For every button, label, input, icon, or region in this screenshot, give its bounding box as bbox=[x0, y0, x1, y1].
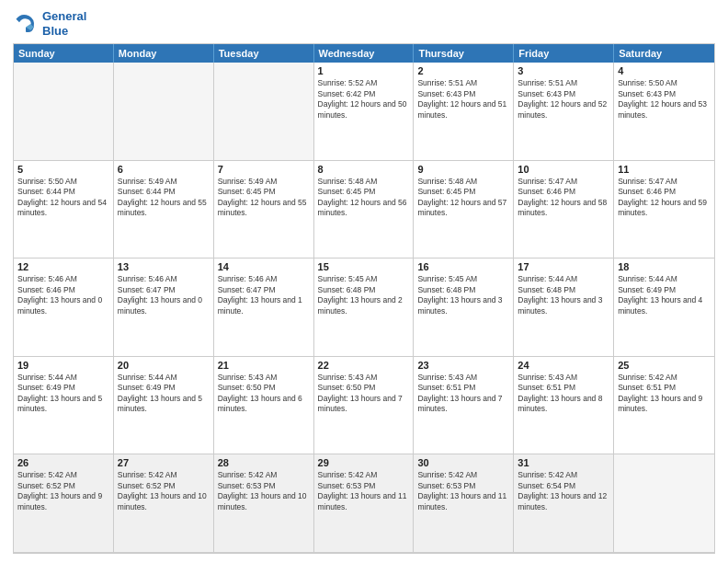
header-day-friday: Friday bbox=[514, 44, 614, 63]
calendar-cell: 5 Sunrise: 5:50 AM Sunset: 6:44 PM Dayli… bbox=[14, 161, 114, 259]
day-number: 5 bbox=[17, 164, 109, 175]
header-day-monday: Monday bbox=[114, 44, 214, 63]
calendar-cell: 18 Sunrise: 5:44 AM Sunset: 6:49 PM Dayl… bbox=[614, 259, 714, 357]
calendar-cell: 12 Sunrise: 5:46 AM Sunset: 6:46 PM Dayl… bbox=[14, 259, 114, 357]
cell-info: Sunrise: 5:47 AM Sunset: 6:46 PM Dayligh… bbox=[618, 177, 711, 219]
cell-info: Sunrise: 5:42 AM Sunset: 6:53 PM Dayligh… bbox=[417, 470, 509, 512]
calendar-cell: 16 Sunrise: 5:45 AM Sunset: 6:48 PM Dayl… bbox=[414, 259, 514, 357]
calendar-cell: 10 Sunrise: 5:47 AM Sunset: 6:46 PM Dayl… bbox=[514, 161, 614, 259]
cell-info: Sunrise: 5:49 AM Sunset: 6:44 PM Dayligh… bbox=[118, 177, 210, 219]
calendar-cell bbox=[614, 454, 714, 553]
header-day-sunday: Sunday bbox=[14, 44, 114, 63]
calendar-cell bbox=[114, 63, 214, 161]
day-number: 9 bbox=[417, 164, 509, 175]
calendar-header: SundayMondayTuesdayWednesdayThursdayFrid… bbox=[14, 44, 714, 63]
calendar-cell: 13 Sunrise: 5:46 AM Sunset: 6:47 PM Dayl… bbox=[114, 259, 214, 357]
calendar-cell: 30 Sunrise: 5:42 AM Sunset: 6:53 PM Dayl… bbox=[414, 454, 514, 553]
header-day-thursday: Thursday bbox=[414, 44, 514, 63]
calendar-cell: 22 Sunrise: 5:43 AM Sunset: 6:50 PM Dayl… bbox=[314, 357, 415, 455]
calendar-cell: 19 Sunrise: 5:44 AM Sunset: 6:49 PM Dayl… bbox=[14, 357, 114, 455]
cell-info: Sunrise: 5:46 AM Sunset: 6:46 PM Dayligh… bbox=[17, 274, 109, 316]
calendar-cell: 28 Sunrise: 5:42 AM Sunset: 6:53 PM Dayl… bbox=[214, 454, 314, 553]
calendar-cell: 9 Sunrise: 5:48 AM Sunset: 6:45 PM Dayli… bbox=[414, 161, 514, 259]
cell-info: Sunrise: 5:46 AM Sunset: 6:47 PM Dayligh… bbox=[218, 274, 310, 316]
cell-info: Sunrise: 5:48 AM Sunset: 6:45 PM Dayligh… bbox=[318, 177, 410, 219]
calendar-cell: 8 Sunrise: 5:48 AM Sunset: 6:45 PM Dayli… bbox=[314, 161, 415, 259]
cell-info: Sunrise: 5:48 AM Sunset: 6:45 PM Dayligh… bbox=[417, 177, 509, 219]
calendar-cell: 1 Sunrise: 5:52 AM Sunset: 6:42 PM Dayli… bbox=[314, 63, 415, 161]
cell-info: Sunrise: 5:51 AM Sunset: 6:43 PM Dayligh… bbox=[417, 78, 509, 121]
day-number: 28 bbox=[218, 457, 310, 468]
day-number: 30 bbox=[417, 457, 509, 468]
day-number: 19 bbox=[17, 360, 109, 371]
calendar-cell: 27 Sunrise: 5:42 AM Sunset: 6:52 PM Dayl… bbox=[114, 454, 214, 553]
day-number: 16 bbox=[417, 261, 509, 272]
cell-info: Sunrise: 5:46 AM Sunset: 6:47 PM Dayligh… bbox=[118, 274, 210, 316]
calendar-cell: 4 Sunrise: 5:50 AM Sunset: 6:43 PM Dayli… bbox=[614, 63, 714, 161]
cell-info: Sunrise: 5:44 AM Sunset: 6:49 PM Dayligh… bbox=[17, 373, 109, 415]
cell-info: Sunrise: 5:43 AM Sunset: 6:50 PM Dayligh… bbox=[318, 373, 410, 415]
cell-info: Sunrise: 5:42 AM Sunset: 6:54 PM Dayligh… bbox=[518, 470, 609, 512]
calendar-cell: 3 Sunrise: 5:51 AM Sunset: 6:43 PM Dayli… bbox=[514, 63, 614, 161]
calendar-cell: 29 Sunrise: 5:42 AM Sunset: 6:53 PM Dayl… bbox=[314, 454, 415, 553]
day-number: 3 bbox=[518, 65, 609, 76]
cell-info: Sunrise: 5:50 AM Sunset: 6:43 PM Dayligh… bbox=[618, 78, 711, 121]
cell-info: Sunrise: 5:42 AM Sunset: 6:52 PM Dayligh… bbox=[118, 470, 210, 512]
svg-rect-0 bbox=[13, 11, 39, 37]
calendar-cell: 23 Sunrise: 5:43 AM Sunset: 6:51 PM Dayl… bbox=[414, 357, 514, 455]
day-number: 12 bbox=[17, 261, 109, 272]
logo: General Blue bbox=[13, 9, 86, 38]
cell-info: Sunrise: 5:44 AM Sunset: 6:49 PM Dayligh… bbox=[118, 373, 210, 415]
calendar-cell: 2 Sunrise: 5:51 AM Sunset: 6:43 PM Dayli… bbox=[414, 63, 514, 161]
cell-info: Sunrise: 5:51 AM Sunset: 6:43 PM Dayligh… bbox=[518, 78, 609, 121]
calendar-body: 1 Sunrise: 5:52 AM Sunset: 6:42 PM Dayli… bbox=[14, 63, 714, 553]
calendar-cell: 24 Sunrise: 5:43 AM Sunset: 6:51 PM Dayl… bbox=[514, 357, 614, 455]
day-number: 21 bbox=[218, 360, 310, 371]
header-day-wednesday: Wednesday bbox=[314, 44, 415, 63]
calendar-cell: 25 Sunrise: 5:42 AM Sunset: 6:51 PM Dayl… bbox=[614, 357, 714, 455]
cell-info: Sunrise: 5:45 AM Sunset: 6:48 PM Dayligh… bbox=[318, 274, 410, 316]
calendar: SundayMondayTuesdayWednesdayThursdayFrid… bbox=[13, 43, 715, 554]
day-number: 6 bbox=[118, 164, 210, 175]
cell-info: Sunrise: 5:42 AM Sunset: 6:53 PM Dayligh… bbox=[218, 470, 310, 512]
day-number: 24 bbox=[518, 360, 609, 371]
calendar-cell: 15 Sunrise: 5:45 AM Sunset: 6:48 PM Dayl… bbox=[314, 259, 415, 357]
day-number: 17 bbox=[518, 261, 609, 272]
day-number: 18 bbox=[618, 261, 711, 272]
day-number: 31 bbox=[518, 457, 609, 468]
calendar-cell bbox=[214, 63, 314, 161]
day-number: 4 bbox=[618, 65, 711, 76]
calendar-cell: 14 Sunrise: 5:46 AM Sunset: 6:47 PM Dayl… bbox=[214, 259, 314, 357]
header-day-saturday: Saturday bbox=[614, 44, 714, 63]
cell-info: Sunrise: 5:44 AM Sunset: 6:48 PM Dayligh… bbox=[518, 274, 609, 316]
calendar-cell: 6 Sunrise: 5:49 AM Sunset: 6:44 PM Dayli… bbox=[114, 161, 214, 259]
calendar-cell: 31 Sunrise: 5:42 AM Sunset: 6:54 PM Dayl… bbox=[514, 454, 614, 553]
cell-info: Sunrise: 5:43 AM Sunset: 6:51 PM Dayligh… bbox=[417, 373, 509, 415]
day-number: 23 bbox=[417, 360, 509, 371]
header-day-tuesday: Tuesday bbox=[214, 44, 314, 63]
cell-info: Sunrise: 5:44 AM Sunset: 6:49 PM Dayligh… bbox=[618, 274, 711, 316]
day-number: 27 bbox=[118, 457, 210, 468]
calendar-cell: 26 Sunrise: 5:42 AM Sunset: 6:52 PM Dayl… bbox=[14, 454, 114, 553]
cell-info: Sunrise: 5:52 AM Sunset: 6:42 PM Dayligh… bbox=[318, 78, 410, 121]
day-number: 13 bbox=[118, 261, 210, 272]
day-number: 15 bbox=[318, 261, 410, 272]
logo-text: General Blue bbox=[42, 9, 86, 38]
cell-info: Sunrise: 5:43 AM Sunset: 6:50 PM Dayligh… bbox=[218, 373, 310, 415]
calendar-cell: 17 Sunrise: 5:44 AM Sunset: 6:48 PM Dayl… bbox=[514, 259, 614, 357]
day-number: 10 bbox=[518, 164, 609, 175]
calendar-cell: 21 Sunrise: 5:43 AM Sunset: 6:50 PM Dayl… bbox=[214, 357, 314, 455]
calendar-cell: 11 Sunrise: 5:47 AM Sunset: 6:46 PM Dayl… bbox=[614, 161, 714, 259]
day-number: 11 bbox=[618, 164, 711, 175]
cell-info: Sunrise: 5:42 AM Sunset: 6:51 PM Dayligh… bbox=[618, 373, 711, 415]
day-number: 14 bbox=[218, 261, 310, 272]
cell-info: Sunrise: 5:45 AM Sunset: 6:48 PM Dayligh… bbox=[417, 274, 509, 316]
day-number: 8 bbox=[318, 164, 410, 175]
cell-info: Sunrise: 5:43 AM Sunset: 6:51 PM Dayligh… bbox=[518, 373, 609, 415]
cell-info: Sunrise: 5:50 AM Sunset: 6:44 PM Dayligh… bbox=[17, 177, 109, 219]
day-number: 20 bbox=[118, 360, 210, 371]
calendar-cell bbox=[14, 63, 114, 161]
cell-info: Sunrise: 5:47 AM Sunset: 6:46 PM Dayligh… bbox=[518, 177, 609, 219]
day-number: 2 bbox=[417, 65, 509, 76]
day-number: 29 bbox=[318, 457, 410, 468]
